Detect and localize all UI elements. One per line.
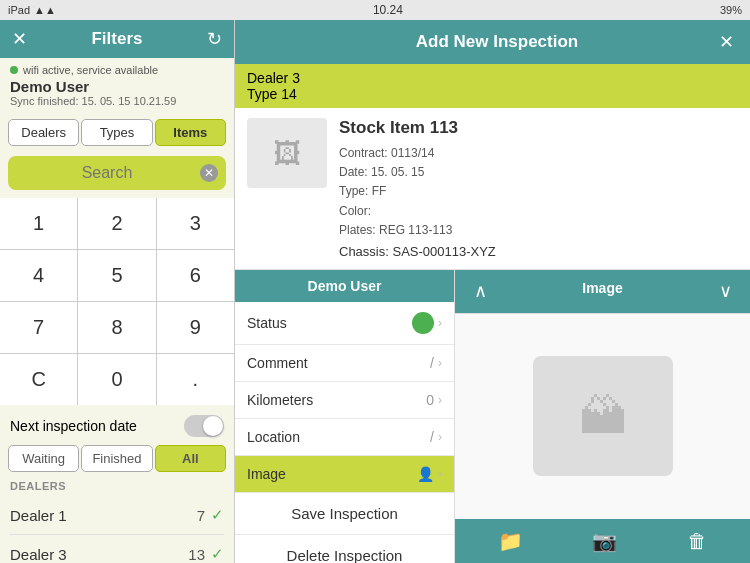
item-type-val: Type: FF — [339, 182, 738, 201]
item-date: Date: 15. 05. 15 — [339, 163, 738, 182]
tab-types[interactable]: Types — [81, 119, 152, 146]
image-area: 🏔 — [455, 314, 750, 519]
main-container: ✕ Filters ↻ wifi active, service availab… — [0, 20, 750, 563]
item-type: Type 14 — [247, 86, 738, 102]
kilometers-value: 0 › — [426, 392, 442, 408]
item-info: Stock Item 113 Contract: 0113/14 Date: 1… — [339, 118, 738, 259]
right-panel: Add New Inspection ✕ Dealer 3 Type 14 🖼 … — [235, 20, 750, 563]
comment-value: / › — [430, 355, 442, 371]
dealer-3-count: 13 ✓ — [188, 545, 224, 563]
item-thumbnail: 🖼 — [247, 118, 327, 188]
numpad-0[interactable]: 0 — [78, 354, 155, 405]
left-panel-title: Filters — [91, 29, 142, 49]
item-title: Stock Item 113 — [339, 118, 738, 138]
search-clear-button[interactable]: ✕ — [200, 164, 218, 182]
image-panel: ∧ Image ∨ 🏔 📁 📷 🗑 — [455, 270, 750, 563]
location-label: Location — [247, 429, 300, 445]
close-icon[interactable]: ✕ — [12, 28, 27, 50]
image-nav-label: Image — [505, 270, 700, 313]
form-user-header: Demo User — [235, 270, 454, 302]
tab-finished[interactable]: Finished — [81, 445, 152, 472]
prev-arrow-button[interactable]: ∧ — [455, 270, 505, 313]
dealer-1-count: 7 ✓ — [197, 506, 224, 524]
item-details: 🖼 Stock Item 113 Contract: 0113/14 Date:… — [235, 108, 750, 270]
numpad-9[interactable]: 9 — [157, 302, 234, 353]
next-inspection-toggle[interactable] — [184, 415, 224, 437]
save-label: Save Inspection — [247, 505, 442, 522]
location-chevron: › — [438, 430, 442, 444]
date-toggle-label: Next inspection date — [10, 418, 137, 434]
tab-items[interactable]: Items — [155, 119, 226, 146]
search-input[interactable] — [8, 156, 226, 190]
numpad-7[interactable]: 7 — [0, 302, 77, 353]
tab-dealers[interactable]: Dealers — [8, 119, 79, 146]
tab-all[interactable]: All — [155, 445, 226, 472]
kilometers-chevron: › — [438, 393, 442, 407]
numpad-dot[interactable]: . — [157, 354, 234, 405]
image-icon: 👤 — [417, 466, 434, 482]
user-name: Demo User — [10, 78, 224, 95]
sync-text: Sync finished: 15. 05. 15 10.21.59 — [10, 95, 224, 107]
kilometers-label: Kilometers — [247, 392, 313, 408]
list-item[interactable]: Dealer 1 7 ✓ — [10, 496, 224, 535]
date-toggle-row: Next inspection date — [0, 409, 234, 443]
dealers-label: DEALERS — [10, 480, 224, 492]
status-battery: 39% — [720, 4, 742, 16]
tab-waiting[interactable]: Waiting — [8, 445, 79, 472]
left-panel: ✕ Filters ↻ wifi active, service availab… — [0, 20, 235, 563]
image-large-icon: 🏔 — [579, 389, 627, 444]
delete-inspection-button[interactable]: Delete Inspection — [235, 535, 454, 563]
filter-tabs: Dealers Types Items — [0, 113, 234, 152]
right-header: Add New Inspection ✕ — [235, 20, 750, 64]
dealer-1-name: Dealer 1 — [10, 507, 67, 524]
save-inspection-button[interactable]: Save Inspection — [235, 493, 454, 535]
left-header: ✕ Filters ↻ — [0, 20, 234, 58]
trash-icon[interactable]: 🗑 — [687, 530, 707, 553]
numpad-6[interactable]: 6 — [157, 250, 234, 301]
status-bar-left: iPad ▲▲ — [8, 4, 56, 16]
numpad: 1 2 3 4 5 6 7 8 9 C 0 . — [0, 198, 234, 405]
image-label: Image — [247, 466, 286, 482]
numpad-4[interactable]: 4 — [0, 250, 77, 301]
folder-icon[interactable]: 📁 — [498, 529, 523, 553]
search-container: ✕ — [8, 156, 226, 190]
refresh-icon[interactable]: ↻ — [207, 28, 222, 50]
list-item[interactable]: Dealer 3 13 ✓ — [10, 535, 224, 563]
user-info: wifi active, service available Demo User… — [0, 58, 234, 113]
form-row-image[interactable]: Image 👤 › — [235, 456, 454, 493]
status-time: 10.24 — [373, 3, 403, 17]
form-row-comment[interactable]: Comment / › — [235, 345, 454, 382]
numpad-3[interactable]: 3 — [157, 198, 234, 249]
numpad-clear[interactable]: C — [0, 354, 77, 405]
form-row-kilometers[interactable]: Kilometers 0 › — [235, 382, 454, 419]
numpad-5[interactable]: 5 — [78, 250, 155, 301]
status-chevron: › — [438, 316, 442, 330]
status-ipad: iPad — [8, 4, 30, 16]
next-arrow-button[interactable]: ∨ — [700, 270, 750, 313]
delete-label: Delete Inspection — [247, 547, 442, 563]
image-nav: ∧ Image ∨ — [455, 270, 750, 314]
image-value: 👤 › — [417, 466, 442, 482]
dealer-3-name: Dealer 3 — [10, 546, 67, 563]
item-dealer: Dealer 3 — [247, 70, 738, 86]
status-signal: ▲▲ — [34, 4, 56, 16]
camera-icon[interactable]: 📷 — [592, 529, 617, 553]
numpad-2[interactable]: 2 — [78, 198, 155, 249]
image-large-placeholder: 🏔 — [533, 356, 673, 476]
numpad-1[interactable]: 1 — [0, 198, 77, 249]
item-plates: Plates: REG 113-113 — [339, 221, 738, 240]
comment-label: Comment — [247, 355, 308, 371]
right-close-icon[interactable]: ✕ — [719, 31, 734, 53]
form-row-status[interactable]: Status › — [235, 302, 454, 345]
item-color: Color: — [339, 202, 738, 221]
image-footer: 📁 📷 🗑 — [455, 519, 750, 563]
item-header: Dealer 3 Type 14 — [235, 64, 750, 108]
location-value: / › — [430, 429, 442, 445]
wifi-dot — [10, 66, 18, 74]
comment-chevron: › — [438, 356, 442, 370]
form-row-location[interactable]: Location / › — [235, 419, 454, 456]
wifi-status: wifi active, service available — [10, 64, 224, 76]
numpad-8[interactable]: 8 — [78, 302, 155, 353]
dealers-section: DEALERS Dealer 1 7 ✓ Dealer 3 13 ✓ — [0, 474, 234, 563]
item-contract: Contract: 0113/14 — [339, 144, 738, 163]
